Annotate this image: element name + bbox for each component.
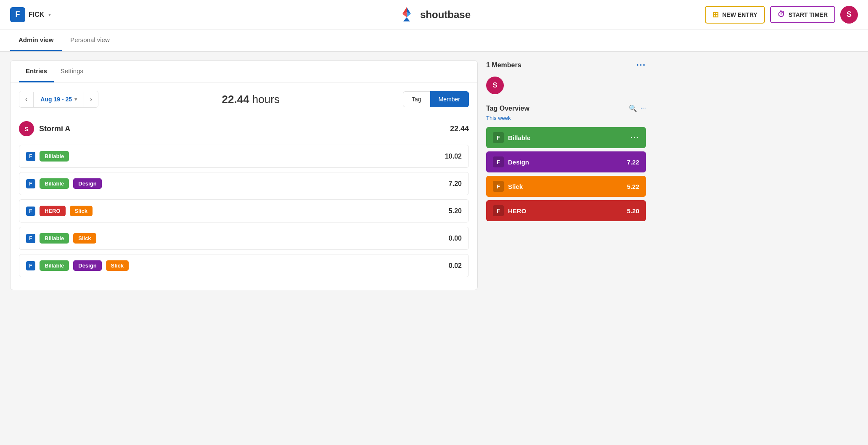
tag-overview-more-icon[interactable]: ··· [640, 104, 646, 112]
this-week-value: week [498, 115, 511, 121]
main-layout: Entries Settings ‹ Aug 19 - 25 ▾ › [0, 52, 656, 299]
user-avatar-button[interactable]: S [840, 6, 858, 24]
tag-overview-list: F Billable ··· F Design 7.22 F Slick 5.2… [486, 127, 646, 221]
this-week-label: This week [486, 115, 646, 121]
tag-bar-name: Billable [508, 134, 630, 141]
header: F FICK ▾ shoutbase ⊞ NEW ENTRY ⏱ START T… [0, 0, 868, 29]
entry-row[interactable]: F Billable Design Slick 0.02 [19, 254, 469, 277]
brand-logo-icon [397, 5, 416, 24]
entry-tag-slick: Slick [73, 233, 96, 244]
member-avatars: S [486, 77, 646, 94]
user-name: Stormi A [39, 124, 445, 133]
sidebar: 1 Members ··· S Tag Overview 🔍 ··· This … [486, 60, 646, 290]
entry-workspace-tag: F [26, 234, 35, 243]
header-actions: ⊞ NEW ENTRY ⏱ START TIMER S [705, 6, 858, 24]
brand-name: shoutbase [420, 9, 471, 21]
entry-row[interactable]: F Billable 10.02 [19, 145, 469, 168]
view-tabs: Admin view Personal view [0, 29, 868, 52]
tag-bar-value: 7.22 [627, 159, 639, 166]
filter-member-button[interactable]: Member [430, 91, 469, 107]
user-row: S Stormi A 22.44 [19, 116, 469, 141]
entry-tag-billable: Billable [40, 151, 69, 162]
members-title: 1 Members [486, 61, 521, 69]
tag-bar-billable[interactable]: F Billable ··· [486, 127, 646, 148]
tag-overview-title: Tag Overview [486, 105, 529, 112]
entry-hours: 5.20 [449, 207, 462, 215]
search-icon[interactable]: 🔍 [629, 104, 637, 112]
member-avatar[interactable]: S [486, 77, 504, 94]
date-navigator: ‹ Aug 19 - 25 ▾ › [19, 91, 98, 108]
tag-bar-name: Slick [508, 183, 627, 190]
card-tabs: Entries Settings [11, 61, 477, 82]
entry-workspace-tag: F [26, 152, 35, 161]
total-hours-unit: hours [252, 93, 280, 106]
new-entry-label: NEW ENTRY [722, 11, 757, 18]
card-body: ‹ Aug 19 - 25 ▾ › 22.44 hours Tag [11, 82, 477, 290]
svg-marker-4 [403, 17, 410, 21]
workspace-selector[interactable]: F FICK ▾ [10, 7, 51, 22]
tag-overview-header: Tag Overview 🔍 ··· [486, 104, 646, 112]
date-chevron-icon: ▾ [74, 96, 77, 102]
total-hours-display: 22.44 hours [222, 93, 280, 106]
entries-card: Entries Settings ‹ Aug 19 - 25 ▾ › [10, 60, 478, 290]
entry-workspace-tag: F [26, 207, 35, 216]
entry-tag-billable: Billable [40, 233, 69, 244]
date-range-text: Aug 19 - 25 [40, 96, 72, 103]
members-more-icon[interactable]: ··· [636, 60, 646, 70]
brand-area: shoutbase [397, 5, 471, 24]
entry-hours: 0.00 [449, 235, 462, 242]
entry-tag-billable: Billable [40, 178, 69, 189]
tag-bar-slick[interactable]: F Slick 5.22 [486, 176, 646, 197]
tag-bar-name: Design [508, 159, 627, 166]
date-row: ‹ Aug 19 - 25 ▾ › 22.44 hours Tag [19, 91, 469, 108]
user-total-hours: 22.44 [450, 124, 469, 133]
user-avatar: S [19, 121, 34, 136]
entries-list: F Billable 10.02 F Billable Design 7.20 … [19, 145, 469, 277]
entry-tag-slick: Slick [70, 206, 93, 216]
shoutbase-logo-svg [397, 5, 416, 24]
entry-workspace-tag: F [26, 179, 35, 188]
entry-tag-design: Design [73, 178, 101, 189]
start-timer-button[interactable]: ⏱ START TIMER [770, 6, 835, 23]
filter-buttons: Tag Member [403, 91, 469, 107]
tag-bar-value: 5.20 [627, 207, 639, 215]
members-header: 1 Members ··· [486, 60, 646, 70]
entry-hours: 10.02 [445, 153, 462, 160]
tab-entries[interactable]: Entries [19, 61, 54, 82]
entry-row[interactable]: F HERO Slick 5.20 [19, 199, 469, 222]
tag-bar-value: 5.22 [627, 183, 639, 190]
filter-tag-button[interactable]: Tag [403, 91, 430, 107]
tag-bar-f-icon: F [493, 205, 504, 216]
entry-tag-billable: Billable [40, 260, 69, 271]
tag-bar-name: HERO [508, 207, 627, 215]
entry-tag-slick: Slick [106, 260, 129, 271]
total-hours-value: 22.44 [222, 93, 249, 106]
main-content: Entries Settings ‹ Aug 19 - 25 ▾ › [10, 60, 478, 290]
tab-settings[interactable]: Settings [54, 61, 90, 82]
entry-hours: 7.20 [449, 180, 462, 188]
date-next-button[interactable]: › [84, 91, 98, 107]
workspace-chevron-icon: ▾ [48, 12, 51, 18]
workspace-name: FICK [29, 11, 44, 19]
tag-bar-hero[interactable]: F HERO 5.20 [486, 200, 646, 221]
tag-bar-f-icon: F [493, 132, 504, 143]
new-entry-icon: ⊞ [712, 10, 719, 19]
tag-bar-f-icon: F [493, 181, 504, 192]
tag-bar-design[interactable]: F Design 7.22 [486, 151, 646, 172]
entry-workspace-tag: F [26, 261, 35, 270]
tab-admin-view[interactable]: Admin view [10, 29, 62, 51]
entry-row[interactable]: F Billable Slick 0.00 [19, 227, 469, 250]
entry-tag-hero: HERO [40, 206, 66, 216]
new-entry-button[interactable]: ⊞ NEW ENTRY [705, 6, 765, 24]
tag-overview-actions: 🔍 ··· [629, 104, 646, 112]
start-timer-label: START TIMER [789, 11, 828, 18]
entry-hours: 0.02 [449, 262, 462, 270]
timer-icon: ⏱ [778, 10, 785, 19]
tag-bar-more-icon[interactable]: ··· [630, 133, 639, 142]
tag-bar-f-icon: F [493, 156, 504, 167]
entry-row[interactable]: F Billable Design 7.20 [19, 172, 469, 195]
tab-personal-view[interactable]: Personal view [62, 29, 118, 51]
workspace-logo: F [10, 7, 25, 22]
date-prev-button[interactable]: ‹ [19, 91, 33, 107]
date-range-selector[interactable]: Aug 19 - 25 ▾ [33, 92, 84, 107]
